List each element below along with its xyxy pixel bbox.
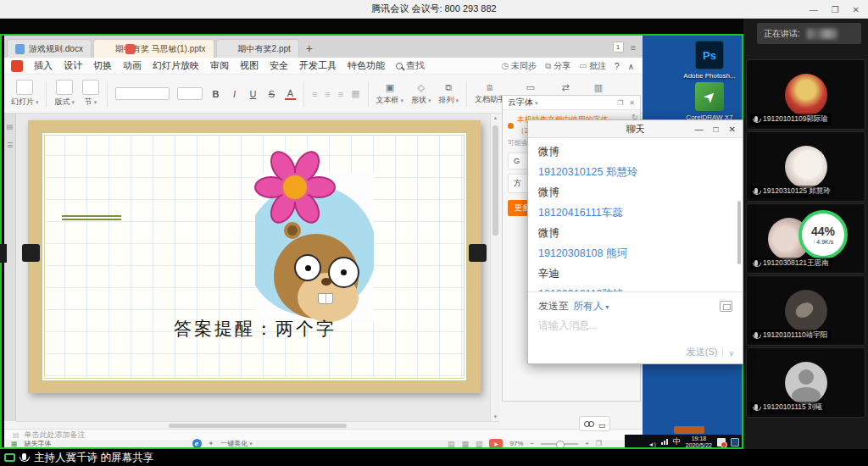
notification-badge[interactable]: 1 xyxy=(613,42,624,53)
find-button[interactable]: 查找 xyxy=(396,59,425,72)
notification-tray-icon[interactable] xyxy=(717,438,726,447)
sync-status[interactable]: 未同步 xyxy=(501,60,537,72)
wps-logo-icon[interactable] xyxy=(11,60,23,72)
zoom-slider[interactable] xyxy=(541,443,578,445)
chat-scrollbar[interactable] xyxy=(737,201,741,264)
eye-protection-icon[interactable] xyxy=(584,421,594,426)
bold-button[interactable]: B xyxy=(210,89,221,99)
minimize-icon[interactable]: — xyxy=(810,5,818,14)
vertical-scrollbar[interactable]: ▲ ▼ xyxy=(490,114,499,421)
share-button[interactable]: 分享 xyxy=(545,60,570,72)
menu-review[interactable]: 审阅 xyxy=(210,59,229,72)
columns-icon[interactable] xyxy=(351,88,359,99)
slide-thumbnail-pane[interactable] xyxy=(4,114,16,421)
photoshop-icon[interactable]: Ps xyxy=(695,41,724,69)
volume-icon[interactable] xyxy=(648,435,656,450)
screenshot-icon[interactable] xyxy=(720,301,732,312)
reading-view-icon[interactable] xyxy=(476,440,483,448)
font-size-input[interactable] xyxy=(177,87,203,100)
new-tab-button[interactable]: + xyxy=(301,39,318,58)
close-icon[interactable]: ✕ xyxy=(629,99,635,107)
slides-view-icon[interactable] xyxy=(7,136,13,151)
slideshow-play-button[interactable] xyxy=(489,439,503,448)
italic-button[interactable]: I xyxy=(229,89,240,99)
scrollbar-thumb[interactable] xyxy=(492,125,498,236)
fullscreen-icon[interactable] xyxy=(596,440,602,447)
participant-tile[interactable]: 19120310125 郑慧玲 xyxy=(746,131,865,202)
keyboard-icon[interactable] xyxy=(598,416,606,431)
arrange-button[interactable]: 排列 xyxy=(439,82,459,106)
pin-icon[interactable]: ❐ xyxy=(617,99,623,107)
scrollbar-thumb[interactable] xyxy=(169,424,347,428)
scroll-down-icon[interactable]: ▼ xyxy=(491,414,499,419)
menu-slideshow[interactable]: 幻灯片放映 xyxy=(153,59,199,72)
tab-pptx-active[interactable]: 期中有奖 马思敏(1).pptx xyxy=(93,39,214,58)
menu-insert[interactable]: 插入 xyxy=(34,59,53,72)
tab-ppt2[interactable]: 期中有奖2.ppt xyxy=(216,39,299,58)
notes-bar[interactable]: 单击此处添加备注 xyxy=(4,429,643,440)
chat-input[interactable] xyxy=(538,319,732,331)
chat-message-list[interactable]: 微博 19120310125 郑慧玲 微博 18120416111车蕊 微博 1… xyxy=(528,138,743,291)
ime-indicator[interactable]: 中 xyxy=(673,436,681,447)
beautify-button[interactable]: 一键美化 xyxy=(220,439,252,448)
participant-tile[interactable]: 19120101110靖宇阳 xyxy=(746,275,865,346)
pane-resize-handle[interactable] xyxy=(0,244,7,263)
participant-tile[interactable]: 44% ↑4.9K/s 19120308121王思南 xyxy=(746,203,865,274)
send-target-dropdown[interactable]: 所有人 xyxy=(573,299,609,313)
action-center-icon[interactable] xyxy=(731,438,739,447)
slide-canvas[interactable]: 答案提醒：两个字 xyxy=(28,120,481,393)
maximize-icon[interactable]: □ xyxy=(714,125,719,134)
floating-tool-pill[interactable] xyxy=(579,416,610,431)
menu-transition[interactable]: 切换 xyxy=(93,59,112,72)
zoom-in-button[interactable]: + xyxy=(585,440,589,447)
new-slide-button[interactable]: 幻灯片 xyxy=(11,80,38,108)
browser-icon[interactable]: e xyxy=(192,439,202,448)
shapes-button[interactable]: 形状 xyxy=(411,82,431,106)
scroll-up-icon[interactable]: ▲ xyxy=(491,115,499,120)
tab-docx[interactable]: 游戏规则.docx xyxy=(7,39,92,58)
network-icon[interactable] xyxy=(661,439,668,445)
align-center-icon[interactable] xyxy=(325,89,330,99)
close-icon[interactable]: ✕ xyxy=(853,5,860,14)
cloud-fonts-title[interactable]: 云字体 xyxy=(508,97,537,108)
menu-animation[interactable]: 动画 xyxy=(123,59,142,72)
menu-devtools[interactable]: 开发工具 xyxy=(299,59,337,72)
tray-clock[interactable]: 19:18 2020/5/22 xyxy=(686,435,712,449)
missing-fonts-label[interactable]: 缺失字体 xyxy=(25,439,52,448)
normal-view-icon[interactable] xyxy=(448,440,455,448)
strikethrough-button[interactable]: S xyxy=(266,89,277,99)
participant-tile[interactable]: 19120101109郭际瑜 xyxy=(746,59,865,130)
zoom-out-button[interactable]: − xyxy=(530,440,534,447)
textbox-button[interactable]: 文本框 xyxy=(376,82,403,106)
close-icon[interactable]: ✕ xyxy=(729,125,736,134)
outline-view-icon[interactable] xyxy=(7,117,14,132)
slide-sorter-icon[interactable] xyxy=(461,440,469,448)
slide-editing-area[interactable]: 答案提醒：两个字 ▲ ▼ xyxy=(16,114,499,421)
chat-message[interactable]: 19120308108 熊珂 xyxy=(538,247,732,261)
underline-button[interactable]: U xyxy=(248,89,259,99)
collapse-ribbon-button[interactable]: ∧ xyxy=(628,62,634,71)
send-options-icon[interactable] xyxy=(728,347,734,358)
minimize-icon[interactable]: — xyxy=(695,125,704,134)
chat-message[interactable]: 18120416111车蕊 xyxy=(538,206,732,220)
coreldraw-icon[interactable] xyxy=(695,82,724,111)
maximize-icon[interactable]: ❐ xyxy=(832,5,839,14)
align-left-icon[interactable] xyxy=(312,89,317,99)
help-button[interactable]: ? xyxy=(615,62,620,71)
menu-security[interactable]: 安全 xyxy=(270,59,288,72)
chat-titlebar[interactable]: 聊天 — □ ✕ xyxy=(528,120,743,138)
align-right-icon[interactable] xyxy=(338,89,343,99)
window-menu-icon[interactable] xyxy=(631,39,636,54)
send-button[interactable]: 发送(S) xyxy=(687,346,718,358)
layout-button[interactable]: 版式 xyxy=(54,80,74,108)
font-color-button[interactable]: A xyxy=(285,88,296,100)
menu-view[interactable]: 视图 xyxy=(240,59,259,72)
doc-assistant-button[interactable]: 文档助手 xyxy=(475,82,505,105)
flower-image[interactable] xyxy=(250,144,338,229)
menu-features[interactable]: 特色功能 xyxy=(348,59,385,72)
horizontal-scrollbar[interactable] xyxy=(16,421,499,429)
font-name-input[interactable] xyxy=(115,87,170,100)
participant-tile[interactable]: 19120101115 刘曦 xyxy=(746,347,865,418)
menu-design[interactable]: 设计 xyxy=(64,59,82,72)
section-button[interactable]: 节 xyxy=(82,80,99,108)
